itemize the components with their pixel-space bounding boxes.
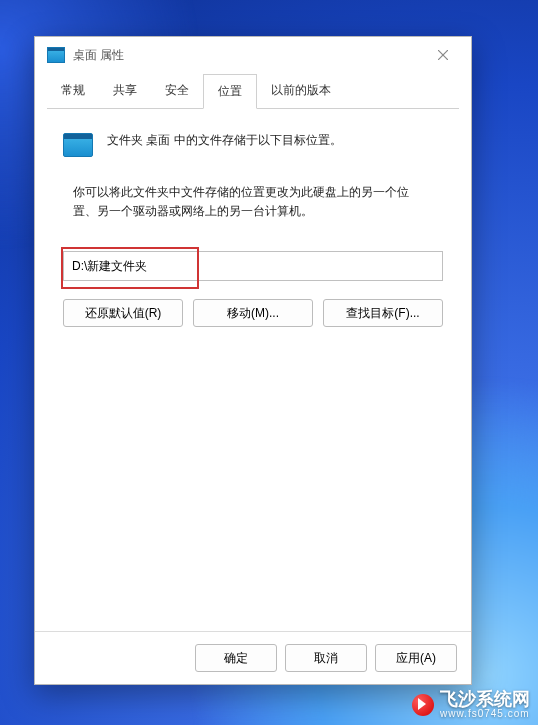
tab-location[interactable]: 位置	[203, 74, 257, 109]
dialog-footer: 确定 取消 应用(A)	[35, 631, 471, 684]
ok-button[interactable]: 确定	[195, 644, 277, 672]
properties-dialog: 桌面 属性 常规 共享 安全 位置 以前的版本 文件夹 桌面 中的文件存储于以下…	[34, 36, 472, 685]
move-button[interactable]: 移动(M)...	[193, 299, 313, 327]
tab-content: 文件夹 桌面 中的文件存储于以下目标位置。 你可以将此文件夹中文件存储的位置更改…	[35, 109, 471, 631]
close-button[interactable]	[423, 41, 463, 69]
tab-sharing[interactable]: 共享	[99, 74, 151, 109]
apply-button[interactable]: 应用(A)	[375, 644, 457, 672]
desktop-folder-icon	[47, 47, 65, 63]
tab-security[interactable]: 安全	[151, 74, 203, 109]
location-description: 文件夹 桌面 中的文件存储于以下目标位置。	[107, 131, 342, 150]
path-field-container	[63, 251, 443, 283]
location-help-text: 你可以将此文件夹中文件存储的位置更改为此硬盘上的另一个位置、另一个驱动器或网络上…	[73, 183, 413, 221]
titlebar: 桌面 属性	[35, 37, 471, 73]
dialog-title: 桌面 属性	[73, 47, 423, 64]
close-icon	[438, 50, 448, 60]
restore-default-button[interactable]: 还原默认值(R)	[63, 299, 183, 327]
watermark-name: 飞沙系统网	[440, 690, 530, 708]
cancel-button[interactable]: 取消	[285, 644, 367, 672]
watermark-logo-icon	[412, 694, 434, 716]
tabs: 常规 共享 安全 位置 以前的版本	[47, 73, 459, 109]
tab-general[interactable]: 常规	[47, 74, 99, 109]
tab-previous-versions[interactable]: 以前的版本	[257, 74, 345, 109]
watermark-url: www.fs0745.com	[440, 708, 530, 719]
location-path-input[interactable]	[63, 251, 443, 281]
folder-icon	[63, 133, 93, 157]
find-target-button[interactable]: 查找目标(F)...	[323, 299, 443, 327]
watermark: 飞沙系统网 www.fs0745.com	[412, 690, 530, 719]
